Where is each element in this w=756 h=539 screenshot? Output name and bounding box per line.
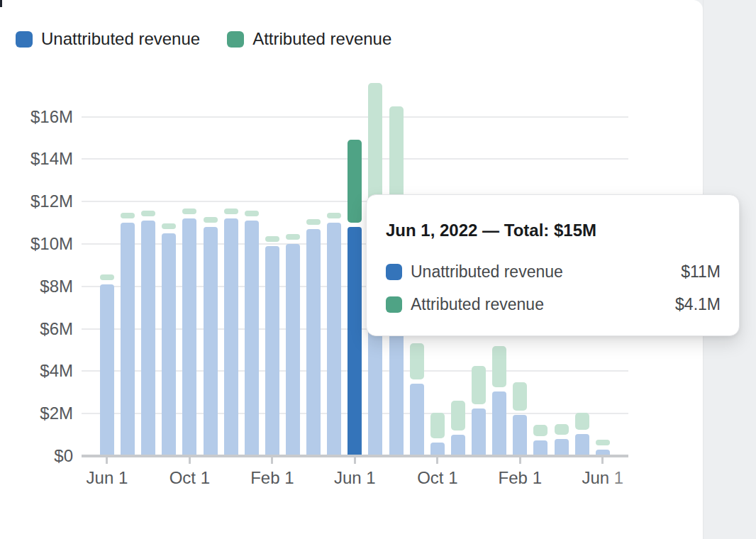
y-axis-label: $16M xyxy=(0,107,73,127)
x-axis-tick xyxy=(271,457,273,464)
bar-jan-2023-attributed[interactable] xyxy=(492,346,506,387)
bar-nov-2022-attributed[interactable] xyxy=(451,401,465,430)
bar-jan-2022-attributed[interactable] xyxy=(245,211,259,216)
bar-may-2022-unattributed[interactable] xyxy=(327,223,341,456)
tooltip-label-attributed: Attributed revenue xyxy=(411,296,544,313)
tooltip-title: Jun 1, 2022 — Total: $15M xyxy=(386,221,721,240)
bar-mar-2023-attributed[interactable] xyxy=(533,425,547,436)
bar-mar-2022-unattributed[interactable] xyxy=(286,244,300,456)
bar-nov-2022-unattributed[interactable] xyxy=(451,435,465,456)
bar-nov-2021-attributed[interactable] xyxy=(204,217,218,223)
y-axis-label: $0 xyxy=(0,446,73,466)
bar-aug-2021-attributed[interactable] xyxy=(141,211,155,216)
x-axis-label: Jun 1 xyxy=(569,468,637,488)
x-axis-label: Jun 1 xyxy=(321,468,389,488)
bar-dec-2022-unattributed[interactable] xyxy=(472,409,486,456)
x-axis-tick xyxy=(601,457,604,464)
bar-jul-2021-unattributed[interactable] xyxy=(121,223,135,456)
bar-oct-2022-attributed[interactable] xyxy=(430,413,445,438)
attributed-color-swatch-icon xyxy=(386,296,402,313)
x-axis-tick xyxy=(189,457,191,464)
y-axis-label: $4M xyxy=(0,361,73,381)
y-axis-label: $12M xyxy=(0,191,73,211)
y-axis-label: $6M xyxy=(0,319,73,339)
bar-mar-2022-attributed[interactable] xyxy=(286,234,300,240)
tooltip-value-attributed: $4.1M xyxy=(675,296,721,313)
bar-jan-2022-unattributed[interactable] xyxy=(245,221,259,456)
bar-sep-2021-attributed[interactable] xyxy=(162,223,176,229)
bar-feb-2022-unattributed[interactable] xyxy=(265,246,279,456)
bar-oct-2021-unattributed[interactable] xyxy=(182,218,196,456)
bar-feb-2022-attributed[interactable] xyxy=(265,236,279,242)
tooltip-row-attributed: Attributed revenue $4.1M xyxy=(386,296,721,313)
bar-jun-2021-attributed[interactable] xyxy=(100,274,114,280)
bar-dec-2022-attributed[interactable] xyxy=(472,366,486,404)
bar-dec-2021-unattributed[interactable] xyxy=(224,218,238,456)
x-axis-tick xyxy=(436,457,438,464)
gridline-$16M xyxy=(82,116,628,118)
tooltip-label-unattributed: Unattributed revenue xyxy=(411,263,563,280)
y-axis-label: $14M xyxy=(0,149,73,169)
bar-apr-2023-attributed[interactable] xyxy=(555,424,569,435)
bar-may-2023-attributed[interactable] xyxy=(575,413,589,430)
bar-mar-2023-unattributed[interactable] xyxy=(533,440,547,456)
bar-apr-2022-unattributed[interactable] xyxy=(306,229,321,456)
x-axis-tick xyxy=(106,457,108,464)
x-axis-label: Oct 1 xyxy=(404,468,472,488)
x-axis-label: Jun 1 xyxy=(73,468,141,488)
chart-tooltip: Jun 1, 2022 — Total: $15M Unattributed r… xyxy=(366,194,740,336)
bar-jun-2022-attributed[interactable] xyxy=(348,140,362,223)
bar-may-2023-unattributed[interactable] xyxy=(575,434,589,456)
x-axis-label: Oct 1 xyxy=(155,468,223,488)
bar-sep-2021-unattributed[interactable] xyxy=(162,233,176,456)
bar-jul-2021-attributed[interactable] xyxy=(121,213,135,218)
tooltip-row-unattributed: Unattributed revenue $11M xyxy=(386,263,721,280)
x-axis-label: Feb 1 xyxy=(238,468,306,488)
bar-nov-2021-unattributed[interactable] xyxy=(204,227,218,456)
bar-jan-2023-unattributed[interactable] xyxy=(492,391,506,456)
bar-jun-2023-attributed[interactable] xyxy=(596,440,610,445)
bar-may-2022-attributed[interactable] xyxy=(327,213,341,218)
bar-dec-2021-attributed[interactable] xyxy=(224,209,238,214)
bar-apr-2023-unattributed[interactable] xyxy=(555,439,569,456)
unattributed-color-swatch-icon xyxy=(386,264,402,280)
x-axis-tick xyxy=(519,457,521,464)
bar-sep-2022-attributed[interactable] xyxy=(410,343,424,379)
y-axis-label: $8M xyxy=(0,277,73,296)
y-axis-label: $2M xyxy=(0,404,73,423)
bar-feb-2023-attributed[interactable] xyxy=(513,382,527,411)
bar-feb-2023-unattributed[interactable] xyxy=(513,415,527,456)
analytics-card: Unattributed revenue Attributed revenue … xyxy=(0,0,703,539)
bar-apr-2022-attributed[interactable] xyxy=(306,219,321,225)
bar-aug-2021-unattributed[interactable] xyxy=(141,221,155,456)
bar-jun-2022-unattributed[interactable] xyxy=(348,227,362,456)
bar-aug-2022-unattributed[interactable] xyxy=(389,318,404,456)
tooltip-value-unattributed: $11M xyxy=(681,263,721,280)
bar-sep-2022-unattributed[interactable] xyxy=(410,384,424,456)
bar-jun-2021-unattributed[interactable] xyxy=(100,284,114,456)
y-axis-label: $10M xyxy=(0,234,73,254)
x-axis-label: Feb 1 xyxy=(486,468,554,488)
bar-oct-2021-attributed[interactable] xyxy=(182,209,196,214)
x-axis-tick xyxy=(354,457,356,464)
